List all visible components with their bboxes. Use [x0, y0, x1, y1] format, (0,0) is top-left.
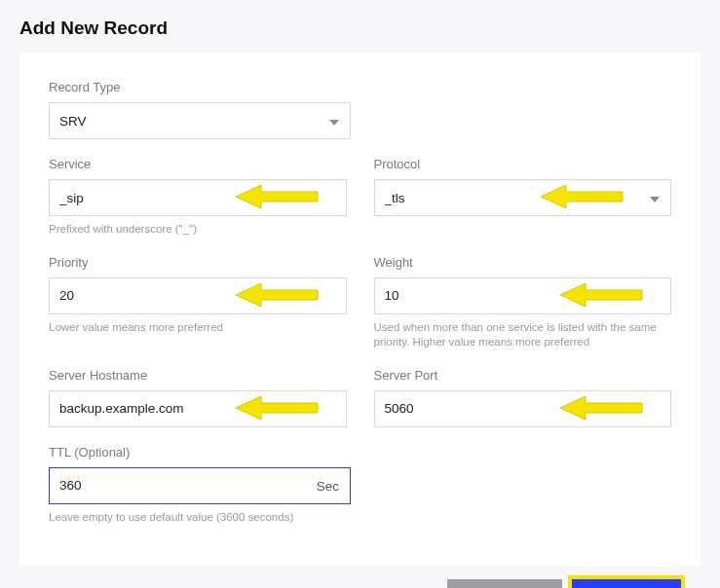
priority-label: Priority: [49, 255, 347, 270]
weight-field: Weight Used when more than one service i…: [374, 255, 672, 350]
ok-button[interactable]: OK: [572, 579, 681, 588]
dialog-actions: CANCEL OK: [19, 566, 701, 588]
page-title: Add New Record: [19, 18, 701, 39]
server-hostname-label: Server Hostname: [49, 368, 347, 383]
ttl-field: TTL (Optional) Sec Leave empty to use de…: [49, 445, 351, 526]
service-input[interactable]: [49, 179, 347, 216]
record-type-field: Record Type SRV: [49, 80, 351, 139]
protocol-label: Protocol: [374, 157, 672, 171]
weight-input[interactable]: [374, 277, 672, 314]
ttl-label: TTL (Optional): [49, 445, 351, 459]
protocol-select[interactable]: _tls: [374, 179, 672, 216]
server-hostname-input[interactable]: [49, 390, 347, 427]
server-port-label: Server Port: [374, 368, 672, 383]
priority-helper: Lower value means more preferred: [49, 320, 347, 336]
form-card: Record Type SRV Service: [19, 53, 701, 566]
record-type-label: Record Type: [49, 80, 351, 94]
weight-label: Weight: [374, 255, 672, 270]
service-helper: Prefixed with underscore ("_"): [49, 222, 347, 238]
cancel-button[interactable]: CANCEL: [447, 579, 562, 588]
ttl-input[interactable]: [49, 467, 351, 504]
weight-helper: Used when more than one service is liste…: [374, 320, 672, 350]
server-hostname-field: Server Hostname: [49, 368, 347, 427]
server-port-input[interactable]: [374, 390, 672, 427]
ttl-helper: Leave empty to use default value (3600 s…: [49, 510, 351, 526]
service-field: Service Prefixed with underscore ("_"): [49, 157, 347, 238]
service-label: Service: [49, 157, 347, 171]
record-type-select[interactable]: SRV: [49, 102, 351, 139]
priority-field: Priority Lower value means more preferre…: [49, 255, 347, 350]
protocol-field: Protocol _tls: [374, 157, 672, 238]
server-port-field: Server Port: [374, 368, 672, 427]
priority-input[interactable]: [49, 277, 347, 314]
